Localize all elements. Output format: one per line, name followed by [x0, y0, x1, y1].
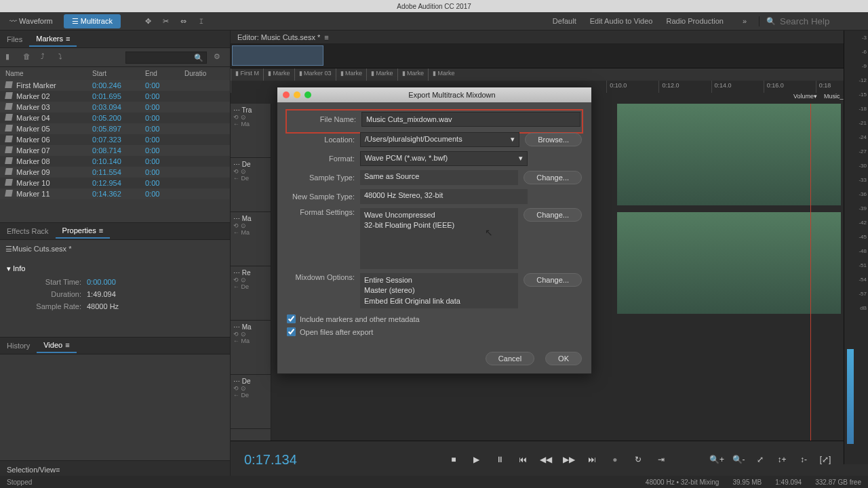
marker-row[interactable]: Marker 060:07.3230:00: [0, 134, 230, 145]
marker-row[interactable]: First Marker0:00.2460:00: [0, 80, 230, 91]
marker-settings-icon[interactable]: ⚙: [214, 52, 224, 63]
skip-button[interactable]: ⇥: [654, 452, 669, 467]
transport-bar: 0:17.134 ■ ▶ ⏸ ⏮ ◀◀ ▶▶ ⏭ ● ↻ ⇥ 🔍+ 🔍- ⤢ ↕…: [231, 441, 868, 478]
start-time-label: Start Time:: [27, 278, 81, 286]
marker-strip[interactable]: ▮ First M▮ Marke▮ Marker 03▮ Marke▮ Mark…: [231, 68, 868, 81]
marker-row[interactable]: Marker 070:08.7140:00: [0, 145, 230, 156]
track-header[interactable]: ⋯ Tra⟲ ⊙← Ma: [231, 104, 271, 158]
editor-tab[interactable]: Editor: Music Cuts.sesx *≡ Leve: [231, 30, 868, 44]
track-header[interactable]: ⋯ De⟲ ⊙← De: [231, 158, 271, 212]
panel-menu-icon[interactable]: ≡: [66, 35, 70, 43]
timecode-display[interactable]: 0:17.134: [231, 452, 311, 468]
marker-row[interactable]: Marker 040:05.2000:00: [0, 113, 230, 123]
duration-label: Duration:: [27, 290, 81, 298]
forward-button[interactable]: ▶▶: [561, 452, 576, 467]
playhead[interactable]: [810, 104, 811, 458]
search-icon: 🔍: [766, 17, 776, 26]
zoom-v-out-icon[interactable]: ↕-: [796, 452, 811, 467]
minimize-icon[interactable]: [294, 92, 300, 98]
marker-out-icon[interactable]: ⤵: [58, 52, 69, 63]
sample-type-label: Sample Type:: [287, 174, 355, 182]
zoom-sel-icon[interactable]: [⤢]: [818, 452, 833, 467]
next-marker-button[interactable]: ⏭: [585, 452, 599, 467]
marker-row[interactable]: Marker 110:14.3620:00: [0, 188, 230, 199]
delete-marker-icon[interactable]: 🗑: [23, 52, 34, 63]
add-marker-icon[interactable]: ▮: [5, 52, 16, 63]
dialog-titlebar[interactable]: Export Multitrack Mixdown: [277, 87, 591, 102]
zoom-full-icon[interactable]: ⤢: [753, 452, 768, 467]
tab-markers[interactable]: Markers≡: [29, 32, 77, 47]
audio-clip[interactable]: [617, 212, 841, 314]
change-format-settings-button[interactable]: Change...: [524, 208, 582, 222]
open-after-export-checkbox[interactable]: [287, 327, 296, 336]
marker-toolbar: ▮ 🗑 ⤴ ⤵ 🔍 ⚙: [0, 48, 230, 67]
marker-in-icon[interactable]: ⤴: [41, 52, 52, 63]
include-markers-checkbox[interactable]: [287, 314, 296, 323]
slip-tool-icon[interactable]: ⇔: [178, 15, 190, 27]
location-select[interactable]: /Users/pluralsight/Documents▾: [360, 132, 519, 147]
tab-history[interactable]: History: [0, 339, 37, 352]
prev-marker-button[interactable]: ⏮: [515, 452, 530, 467]
info-heading[interactable]: ▾ Info: [7, 262, 223, 276]
marker-row[interactable]: Marker 080:10.1400:00: [0, 156, 230, 167]
workspace-default[interactable]: Default: [553, 17, 576, 25]
file-name-input[interactable]: [361, 112, 580, 127]
overview-viewport[interactable]: [232, 45, 323, 66]
track-header[interactable]: ⋯ De⟲ ⊙← De: [231, 375, 271, 429]
play-button[interactable]: ▶: [469, 452, 484, 467]
track-header[interactable]: ⋯ Ma⟲ ⊙← Ma: [231, 212, 271, 266]
loop-button[interactable]: ↻: [631, 452, 646, 467]
track-header[interactable]: ⋯ Ma⟲ ⊙← Ma: [231, 321, 271, 375]
main-toolbar: 〰 Waveform ☰ Multitrack ✥ ✂ ⇔ 𝙸 Default …: [0, 12, 868, 30]
track-header[interactable]: ⋯ Re⟲ ⊙← De: [231, 266, 271, 321]
tab-files[interactable]: Files: [0, 33, 29, 46]
format-select[interactable]: Wave PCM (*.wav, *.bwf)▾: [360, 151, 528, 166]
zoom-out-icon[interactable]: 🔍-: [731, 452, 746, 467]
zoom-in-icon[interactable]: 🔍+: [709, 452, 724, 467]
panel-menu-icon[interactable]: ≡: [99, 226, 103, 235]
audio-clip[interactable]: [617, 104, 841, 205]
chevron-down-icon[interactable]: ▾: [814, 93, 817, 104]
stop-button[interactable]: ■: [446, 452, 461, 467]
change-mixdown-button[interactable]: Change...: [524, 273, 582, 287]
cancel-button[interactable]: Cancel: [486, 352, 534, 365]
marker-search-input[interactable]: 🔍: [125, 52, 207, 64]
workspace-edit-video[interactable]: Edit Audio to Video: [590, 17, 653, 25]
pause-button[interactable]: ⏸: [492, 452, 507, 467]
marker-row[interactable]: Marker 100:12.9540:00: [0, 178, 230, 188]
ok-button[interactable]: OK: [545, 352, 582, 365]
tab-video[interactable]: Video≡: [37, 338, 76, 353]
maximize-icon[interactable]: [304, 92, 311, 98]
overview-navigator[interactable]: ⊕: [231, 44, 868, 68]
tab-properties[interactable]: Properties≡: [56, 224, 111, 239]
sample-rate-value: 48000 Hz: [87, 302, 119, 310]
time-select-tool-icon[interactable]: 𝙸: [195, 15, 208, 27]
change-sample-type-button[interactable]: Change...: [524, 171, 582, 184]
panel-menu-icon[interactable]: ≡: [65, 341, 69, 349]
marker-row[interactable]: Marker 020:01.6950:00: [0, 91, 230, 102]
waveform-mode-button[interactable]: 〰 Waveform: [1, 14, 61, 28]
volume-label[interactable]: Volume: [793, 93, 814, 104]
marker-row[interactable]: Marker 090:11.5540:00: [0, 167, 230, 178]
close-icon[interactable]: [283, 92, 290, 98]
sample-type-value: Same as Source: [360, 170, 518, 185]
workspace-radio[interactable]: Radio Production: [666, 17, 723, 25]
browse-button[interactable]: Browse...: [525, 133, 582, 146]
workspace-overflow-icon[interactable]: »: [737, 17, 752, 25]
multitrack-mode-button[interactable]: ☰ Multitrack: [64, 14, 121, 28]
rewind-button[interactable]: ◀◀: [538, 452, 553, 467]
multitrack-icon: ☰: [72, 17, 79, 26]
marker-list[interactable]: First Marker0:00.2460:00Marker 020:01.69…: [0, 80, 230, 222]
panel-menu-icon[interactable]: ≡: [324, 33, 328, 41]
start-time-value[interactable]: 0:00.000: [87, 278, 116, 286]
marker-row[interactable]: Marker 030:03.0940:00: [0, 102, 230, 113]
zoom-v-in-icon[interactable]: ↕+: [774, 452, 789, 467]
record-button[interactable]: ●: [608, 452, 623, 467]
tab-effects-rack[interactable]: Effects Rack: [0, 224, 56, 238]
marker-row[interactable]: Marker 050:05.8970:00: [0, 123, 230, 134]
move-tool-icon[interactable]: ✥: [142, 15, 155, 27]
search-input[interactable]: [780, 16, 861, 26]
location-label: Location:: [287, 136, 355, 144]
level-meter-fill: [847, 349, 854, 444]
razor-tool-icon[interactable]: ✂: [160, 15, 172, 27]
